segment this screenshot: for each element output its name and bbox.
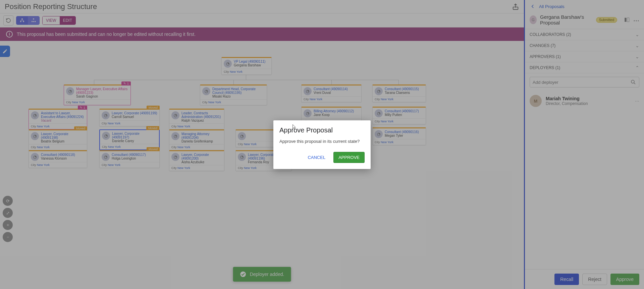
modal-body: Approve this proposal in its current sta… xyxy=(279,139,365,144)
modal-title: Approve Proposal xyxy=(279,126,365,134)
modal-overlay[interactable]: Approve Proposal Approve this proposal i… xyxy=(0,0,644,289)
modal-approve-button[interactable]: APPROVE xyxy=(333,152,365,163)
approve-proposal-modal: Approve Proposal Approve this proposal i… xyxy=(273,120,371,169)
modal-cancel-button[interactable]: CANCEL xyxy=(303,152,330,163)
